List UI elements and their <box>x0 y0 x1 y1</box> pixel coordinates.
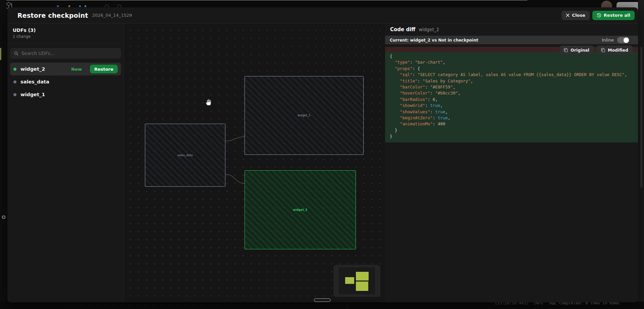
code-line: "barRadius": 6, <box>385 97 638 103</box>
code-line: "hoverColor": "#b8cc30", <box>385 90 638 96</box>
bg-bottom-dots <box>60 302 347 309</box>
original-label: Original <box>571 48 589 53</box>
code-line: } <box>385 133 638 139</box>
udf-list: widget_2 New Restore sales_data widget_1 <box>7 63 124 101</box>
checkpoint-id: 2026_04_14_1529 <box>92 13 132 18</box>
bg-scrollbar-thumb <box>640 47 642 188</box>
diff-code: { "type": "bar-chart", "props": { "sql":… <box>385 52 638 142</box>
modal-title: Restore checkpoint <box>17 12 88 19</box>
code-line: "animationMs": 400 <box>385 121 638 127</box>
status-dot-changed <box>13 68 16 71</box>
canvas-bottom-handle[interactable] <box>314 298 331 302</box>
copy-original-button[interactable]: Original <box>559 46 594 55</box>
code-line: "title": "Sales by Category", <box>385 78 638 84</box>
code-line: "sql": "SELECT category AS label, sales … <box>385 72 638 78</box>
diff-comparison-bar: Current: widget_2 vs Not in checkpoint I… <box>385 36 638 44</box>
header-actions: Close Restore all <box>561 11 635 20</box>
udf-name: widget_2 <box>20 66 45 72</box>
status-dot-unchanged <box>13 93 16 96</box>
udf-sidebar: UDFs (3) 1 change widget_2 New Restore <box>7 23 124 302</box>
restore-all-button[interactable]: Restore all <box>592 11 635 20</box>
bg-left-rail-letter: O <box>2 214 6 220</box>
inline-label: Inline <box>602 38 614 43</box>
bg-tab-icon <box>79 5 81 7</box>
code-line: "beginAtZero": true, <box>385 115 638 121</box>
bg-left-rail-accent <box>0 48 1 60</box>
comparison-text: Current: widget_2 vs Not in checkpoint <box>390 38 478 43</box>
diff-scroll-area[interactable]: { "type": "bar-chart", "props": { "sql":… <box>385 44 638 302</box>
toggle-knob <box>624 38 629 43</box>
udf-row-widget_1[interactable]: widget_1 <box>10 88 121 101</box>
code-diff-panel: Code diff widget_2 Current: widget_2 vs … <box>385 23 638 302</box>
close-button[interactable]: Close <box>561 11 589 20</box>
status-dot-unchanged <box>13 80 16 83</box>
node-widget_2-highlighted[interactable]: widget_2 <box>245 170 356 249</box>
close-button-label: Close <box>572 13 585 18</box>
minimap-node-widget_1 <box>356 272 369 281</box>
diff-copy-buttons: Original Modified <box>559 46 633 55</box>
minimap[interactable] <box>333 265 380 297</box>
node-label: widget_2 <box>293 208 308 211</box>
minimap-node-widget_2 <box>356 282 368 291</box>
udf-row-widget_2[interactable]: widget_2 New Restore <box>10 63 121 75</box>
bg-tab-icon <box>57 5 59 7</box>
new-badge: New <box>71 67 82 72</box>
udf-name: sales_data <box>20 79 49 84</box>
restore-udf-button[interactable]: Restore <box>90 65 118 73</box>
node-widget_1[interactable]: widget_1 <box>245 76 364 155</box>
copy-modified-button[interactable]: Modified <box>597 46 633 55</box>
restore-checkpoint-modal: Restore checkpoint 2026_04_14_1529 Close… <box>7 7 638 302</box>
node-sales_data[interactable]: sales_data <box>145 124 225 187</box>
diff-panel-title: Code diff <box>390 26 415 33</box>
close-icon <box>566 13 570 17</box>
modified-label: Modified <box>608 48 628 53</box>
code-line: "props": { <box>385 66 638 72</box>
hand-grab-cursor <box>205 98 213 106</box>
node-label: sales_data <box>177 154 193 157</box>
code-line: "type": "bar-chart", <box>385 59 638 65</box>
history-restore-icon <box>597 13 601 18</box>
top-edge-highlight <box>0 0 527 0</box>
bg-tab-icon <box>85 5 86 7</box>
copy-icon <box>601 48 605 52</box>
udfs-heading: UDFs (3) <box>13 27 118 33</box>
copy-icon <box>564 48 568 52</box>
search-input[interactable] <box>21 51 117 56</box>
diff-header: Code diff widget_2 <box>385 23 638 36</box>
change-count: 1 change <box>13 34 118 39</box>
bg-tab-icon <box>68 5 70 7</box>
udf-search-box[interactable] <box>10 48 121 59</box>
inline-toggle-group: Inline <box>602 37 629 43</box>
search-icon <box>14 51 18 56</box>
bg-left-rail <box>0 0 6 309</box>
udf-name: widget_1 <box>20 92 45 97</box>
restore-all-label: Restore all <box>604 13 630 18</box>
code-line: "barColor": "#E8FF59", <box>385 84 638 90</box>
modal-header: Restore checkpoint 2026_04_14_1529 Close… <box>7 7 638 23</box>
node-label: widget_1 <box>298 114 310 117</box>
sidebar-head: UDFs (3) 1 change <box>7 23 124 43</box>
sidebar-divider <box>7 43 124 43</box>
code-line: } <box>385 127 638 133</box>
diff-panel-subtitle: widget_2 <box>419 27 439 32</box>
flow-canvas[interactable]: sales_data widget_1 widget_2 <box>124 23 385 302</box>
minimap-node-sales_data <box>345 277 354 284</box>
bg-bottom-divider <box>347 302 347 309</box>
udf-row-sales_data[interactable]: sales_data <box>10 75 121 88</box>
modal-body: UDFs (3) 1 change widget_2 New Restore <box>7 23 638 302</box>
code-line: "showGrid": true, <box>385 103 638 109</box>
inline-toggle[interactable] <box>617 37 629 43</box>
code-line: "showValues": true, <box>385 109 638 115</box>
